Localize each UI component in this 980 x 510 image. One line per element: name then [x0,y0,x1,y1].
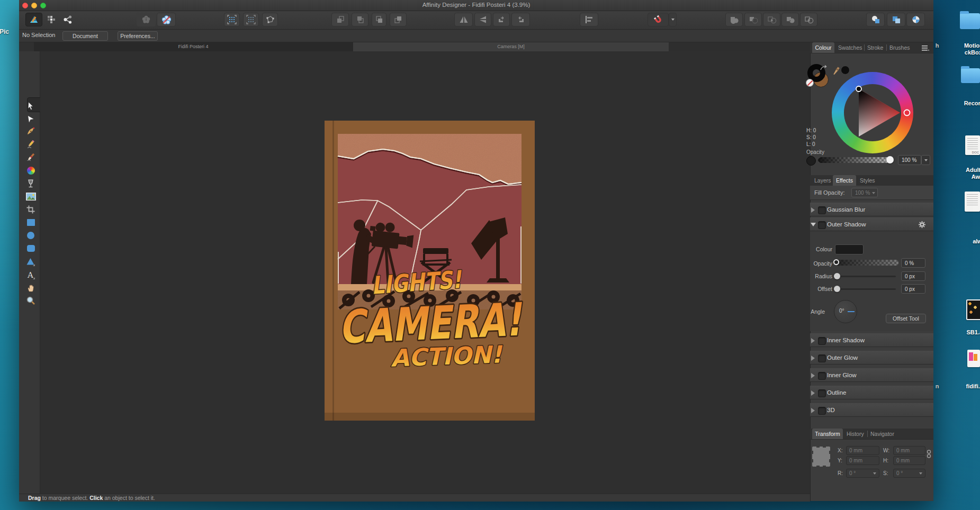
inner-shadow-checkbox[interactable] [818,337,826,345]
disclosure-triangle-icon[interactable] [811,390,815,396]
outline-checkbox[interactable] [818,389,826,397]
desktop-icon-label[interactable]: SB1.afd [948,329,980,336]
panel-menu-icon[interactable] [922,45,929,51]
snapping-button[interactable] [648,13,669,26]
outer-glow-checkbox[interactable] [818,354,826,362]
artistic-text-tool[interactable]: A [23,269,39,281]
link-dimensions-icon[interactable] [927,449,931,462]
3d-checkbox[interactable] [818,407,826,415]
desktop-folder-icon[interactable] [961,68,980,83]
tab-cameras[interactable]: Cameras [M] [353,42,669,51]
back-one-button[interactable] [352,13,368,26]
preferences-button[interactable]: Preferences... [118,31,158,41]
pencil-tool[interactable] [23,139,39,150]
effect-row-outer-shadow[interactable]: Outer Shadow [810,217,933,231]
opacity-slider[interactable] [818,157,889,163]
move-to-front-button[interactable] [390,13,407,26]
select-all-button[interactable] [224,13,240,26]
h-input[interactable]: 0 mm [893,456,925,465]
rotation-combobox[interactable]: 0 ° [846,469,879,478]
boolean-add-button[interactable] [725,13,743,26]
shadow-offset-track[interactable] [837,288,896,290]
desktop-afdesign-thumbnail-icon[interactable] [966,299,980,320]
triangle-tool[interactable] [23,256,39,268]
disclosure-triangle-icon[interactable] [811,207,815,213]
shadow-angle-dial[interactable]: 0° [834,300,857,323]
insert-on-top-button[interactable] [906,13,925,26]
effect-row-inner-shadow[interactable]: Inner Shadow [810,333,933,347]
document-setup-button[interactable]: Document Setup... [62,31,108,41]
edit-shape-disabled-button[interactable] [137,13,156,26]
desktop-document-icon[interactable] [965,192,980,212]
transparency-tool[interactable] [23,178,39,189]
disclosure-triangle-icon[interactable] [811,373,815,378]
shadow-radius-handle[interactable] [834,273,840,279]
boolean-subtract-button[interactable] [744,13,762,26]
gear-icon[interactable] [918,221,926,229]
shadow-offset-value[interactable]: 0 px [901,284,925,294]
desktop-icon-label[interactable]: Awa [948,174,980,180]
boolean-xor-button[interactable] [781,13,799,26]
convert-to-curves-button[interactable] [157,13,176,26]
tab-history[interactable]: History [847,429,864,439]
snapping-dropdown-button[interactable] [669,13,677,26]
anchor-point-selector[interactable] [812,447,830,467]
tab-styles[interactable]: Styles [860,175,875,186]
inner-glow-checkbox[interactable] [818,372,826,380]
tab-brushes[interactable]: Brushes [889,42,910,53]
pixel-persona-button[interactable] [43,13,59,26]
ellipse-tool[interactable] [23,230,39,241]
boolean-intersect-button[interactable] [763,13,780,26]
boolean-divide-button[interactable] [800,13,817,26]
place-image-tool[interactable] [23,190,39,202]
no-fill-swatch[interactable] [806,79,814,87]
desktop-document-icon[interactable]: DOC [965,135,980,155]
outer-shadow-checkbox[interactable] [818,221,826,229]
move-tool[interactable] [23,100,39,112]
effect-row-3d[interactable]: 3D [810,403,933,417]
vector-brush-tool[interactable] [23,151,39,163]
effect-row-outline[interactable]: Outline [810,386,933,399]
desktop-icon-label[interactable]: Adult Le [948,167,980,174]
shadow-opacity-slider[interactable] [835,260,898,266]
tab-colour[interactable]: Colour [812,42,834,53]
view-hand-tool[interactable] [23,282,39,294]
hue-marker[interactable] [904,110,910,116]
disclosure-triangle-icon[interactable] [811,408,815,413]
rectangle-tool[interactable] [23,216,39,228]
tab-stroke[interactable]: Stroke [867,42,883,53]
tab-navigator[interactable]: Navigator [870,429,894,439]
poster-artwork[interactable]: LIGHTS! CAMERA! ACTION! [325,121,535,421]
fill-opacity-dropdown[interactable]: 100 % [851,188,878,197]
tab-layers[interactable]: Layers [814,175,831,186]
node-tool[interactable] [23,113,39,125]
designer-persona-button[interactable] [25,13,42,26]
desktop-afdesign-icon[interactable] [967,350,980,367]
pen-tool[interactable] [23,125,39,137]
opacity-swatch[interactable] [806,156,816,166]
flip-vertical-button[interactable] [474,13,491,26]
shear-combobox[interactable]: 0 ° [893,469,925,478]
disclosure-triangle-icon[interactable] [811,356,815,361]
forward-one-button[interactable] [372,13,386,26]
desktop-folder-icon[interactable] [960,13,980,29]
zoom-tool[interactable] [23,295,39,306]
crop-tool[interactable] [23,204,39,215]
insert-inside-button[interactable] [887,13,905,26]
shadow-opacity-handle[interactable] [833,259,839,265]
tab-swatches[interactable]: Swatches [838,42,862,53]
disclosure-triangle-icon[interactable] [811,223,816,226]
alignment-button[interactable] [580,13,598,26]
shadow-colour-swatch[interactable] [835,244,864,254]
rotate-ccw-button[interactable] [493,13,510,26]
shadow-offset-handle[interactable] [834,286,840,292]
document-canvas[interactable]: LIGHTS! CAMERA! ACTION! [40,51,810,494]
y-input[interactable]: 0 mm [846,456,879,465]
effect-row-gaussian-blur[interactable]: Gaussian Blur [810,203,933,216]
export-persona-button[interactable] [60,13,76,26]
offset-tool-button[interactable]: Offset Tool [886,314,926,323]
opacity-dropdown[interactable] [921,155,930,165]
gaussian-blur-checkbox[interactable] [818,206,826,214]
saturation-lightness-marker[interactable] [856,86,861,92]
tab-transform[interactable]: Transform [812,429,843,439]
